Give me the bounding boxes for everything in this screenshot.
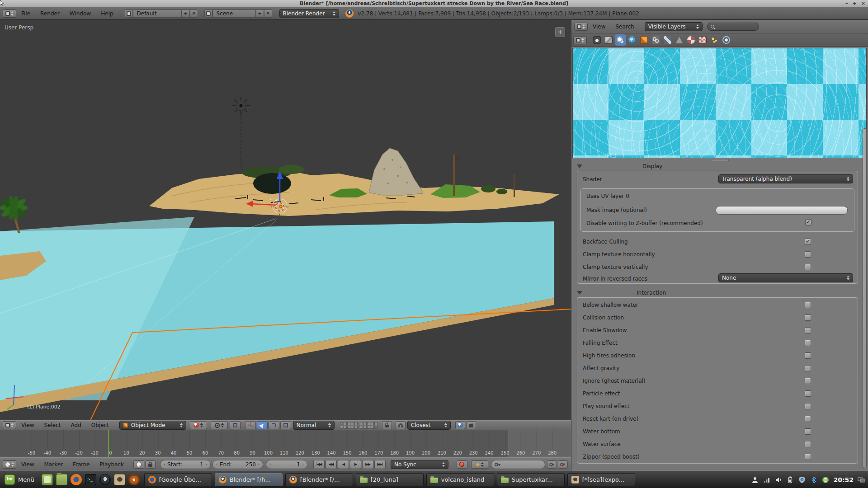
screen-layout-field[interactable]: Default	[133, 9, 182, 18]
interaction-item-0-checkbox[interactable]	[805, 302, 811, 308]
opengl-render-button[interactable]	[455, 421, 465, 429]
tab-constraints-icon[interactable]	[652, 36, 660, 44]
collapse-triangle-icon[interactable]	[577, 291, 582, 295]
preview-resize-grip[interactable]	[711, 159, 729, 161]
delete-keyframe-button[interactable]	[558, 460, 568, 469]
keying-set-dropdown[interactable]: ◆	[471, 460, 488, 469]
opengl-anim-button[interactable]	[466, 421, 476, 429]
firefox-icon[interactable]	[71, 474, 82, 485]
info-menu-window[interactable]: Window	[70, 10, 91, 17]
terminal-icon[interactable]	[85, 474, 96, 485]
display-check-0-checkbox[interactable]	[805, 239, 811, 245]
zbuffer-checkbox[interactable]	[805, 219, 811, 225]
taskbar-window-0[interactable]: [Google Übe...	[144, 473, 212, 486]
mint-update-icon[interactable]	[821, 476, 829, 483]
snap-element-dropdown[interactable]: Closest	[407, 421, 451, 430]
tab-texture-icon[interactable]	[699, 36, 707, 44]
tab-render-icon[interactable]	[593, 36, 601, 44]
timeline-menu-marker[interactable]: Marker	[44, 461, 62, 468]
shader-dropdown[interactable]: Transparent (alpha blend)	[718, 174, 853, 183]
workspace-switcher-icon[interactable]	[858, 476, 865, 483]
current-frame-field[interactable]: ‹1›	[266, 460, 307, 469]
taskbar-window-6[interactable]: [*[sea](expo...	[567, 473, 635, 486]
tab-material-icon[interactable]	[687, 36, 695, 44]
outliner-menu-search[interactable]: Search	[615, 23, 634, 30]
interaction-item-4-checkbox[interactable]	[805, 352, 811, 359]
taskbar-window-3[interactable]: [20_luna]	[356, 473, 424, 486]
3d-viewport[interactable]: User Persp (1) Plane.002 +	[0, 20, 571, 420]
add-scene-button[interactable]: +	[256, 9, 264, 18]
display-check-2-checkbox[interactable]	[805, 264, 811, 270]
jump-end-button[interactable]: ▶▶|	[374, 460, 386, 469]
active-keying-set-field[interactable]	[491, 460, 545, 469]
pivot-align-button[interactable]	[230, 421, 241, 429]
outliner-menu-view[interactable]: View	[593, 23, 605, 30]
bluetooth-icon[interactable]	[810, 476, 817, 483]
tab-render-layers-icon[interactable]	[605, 36, 613, 44]
jump-start-button[interactable]: |◀◀	[313, 460, 325, 469]
info-menu-file[interactable]: File	[21, 10, 30, 17]
outliner-editor-type-button[interactable]	[574, 23, 588, 31]
mask-image-input[interactable]	[716, 206, 848, 215]
info-menu-help[interactable]: Help	[101, 10, 113, 17]
info-menu-render[interactable]: Render	[40, 10, 60, 17]
play-button[interactable]: ▶	[350, 460, 361, 469]
mirror-dropdown[interactable]: None	[718, 273, 853, 282]
minimize-button[interactable]: –	[845, 0, 848, 7]
tab-object-data-icon[interactable]	[675, 36, 683, 44]
interaction-item-10-checkbox[interactable]	[805, 428, 811, 435]
view3d-menu-select[interactable]: Select	[44, 422, 61, 428]
render-engine-dropdown[interactable]: Blender Render	[279, 9, 339, 18]
tab-scene-icon[interactable]	[617, 36, 624, 44]
taskbar-window-2[interactable]: [Blender* [/...	[285, 473, 353, 486]
timeline-editor-type-button[interactable]	[3, 460, 16, 469]
pivot-point-button[interactable]	[211, 421, 228, 429]
display-check-1-checkbox[interactable]	[805, 251, 811, 258]
layers-grid-1[interactable]	[340, 422, 358, 429]
interaction-item-9-checkbox[interactable]	[805, 416, 811, 422]
timeline-menu-view[interactable]: View	[21, 461, 34, 468]
3d-scene[interactable]	[0, 20, 571, 420]
frame-end-field[interactable]: ‹End:250›	[212, 460, 263, 469]
mint-menu-button[interactable]: Menü	[0, 471, 39, 488]
timeline-menu-frame[interactable]: Frame	[73, 461, 90, 468]
interaction-item-5-checkbox[interactable]	[805, 365, 811, 371]
frame-start-field[interactable]: ‹Start:1›	[160, 460, 211, 469]
show-desktop-icon[interactable]	[42, 474, 53, 485]
viewport-shading-button[interactable]	[190, 421, 207, 429]
window-titlebar[interactable]: Blender* [/home/andreas/Schreibtisch/Sup…	[0, 0, 868, 7]
view3d-editor-type-button[interactable]	[3, 421, 16, 429]
network-icon[interactable]	[763, 476, 770, 483]
timeline-ruler[interactable]: -50-40-30-20-100102030405060708090100110…	[0, 430, 571, 457]
editor-type-button[interactable]	[3, 9, 16, 18]
manipulator-translate-button[interactable]	[257, 421, 268, 429]
interaction-item-7-checkbox[interactable]	[805, 390, 811, 397]
layers-grid-2[interactable]	[360, 422, 377, 429]
play-reverse-button[interactable]: ◀	[338, 460, 349, 469]
manipulator-axis-button[interactable]	[245, 421, 256, 429]
interaction-item-3-checkbox[interactable]	[805, 340, 811, 346]
view3d-menu-view[interactable]: View	[21, 422, 34, 428]
playback-range-button[interactable]	[133, 460, 144, 469]
snap-toggle-button[interactable]	[396, 421, 406, 429]
insert-keyframe-button[interactable]	[547, 460, 557, 469]
display-section-header[interactable]: Display	[577, 162, 662, 170]
tab-world-icon[interactable]	[628, 36, 636, 44]
mode-dropdown[interactable]: Object Mode	[119, 421, 186, 430]
tab-particles-icon[interactable]	[711, 36, 718, 44]
close-button[interactable]: ×	[861, 0, 865, 7]
taskbar-window-1[interactable]: Blender* [/h...	[215, 473, 283, 486]
scene-field[interactable]: Scene	[212, 9, 256, 18]
tab-object-icon[interactable]	[640, 36, 648, 44]
taskbar-window-5[interactable]: Supertuxkar...	[497, 473, 565, 486]
scene-icon[interactable]	[204, 9, 212, 18]
audio-player-icon[interactable]	[128, 474, 140, 485]
close-layout-button[interactable]: ✕	[190, 9, 198, 18]
outliner-display-mode-dropdown[interactable]: Visible Layers	[645, 22, 703, 31]
view3d-menu-add[interactable]: Add	[71, 422, 81, 428]
interaction-section-header[interactable]: Interaction	[577, 289, 666, 297]
collapse-triangle-icon[interactable]	[577, 164, 582, 168]
media-player-icon[interactable]	[99, 474, 111, 485]
interaction-item-6-checkbox[interactable]	[805, 378, 811, 384]
lock-range-button[interactable]	[146, 460, 156, 469]
